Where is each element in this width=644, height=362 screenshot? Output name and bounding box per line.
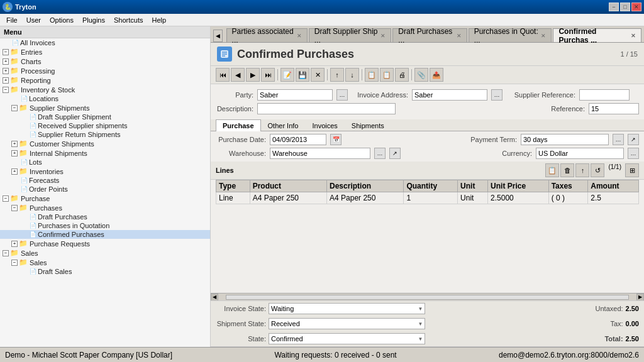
warehouse-open[interactable]: ↗	[389, 148, 401, 159]
subtab-other-info[interactable]: Other Info	[261, 119, 306, 131]
tab-close-draft-purchases[interactable]: ✕	[457, 33, 462, 39]
tab-nav-left[interactable]: ◀	[213, 30, 223, 42]
sidebar-item-inventories[interactable]: + 📁 Inventories	[0, 167, 210, 176]
toolbar-save[interactable]: 💾	[296, 68, 309, 82]
toolbar-delete[interactable]: ✕	[311, 68, 325, 82]
reference-input[interactable]	[589, 103, 639, 114]
tab-close-parties[interactable]: ✕	[297, 33, 302, 39]
menu-user[interactable]: User	[23, 15, 45, 25]
sidebar-item-customer-shipments[interactable]: + 📁 Customer Shipments	[0, 139, 210, 148]
expand-purchase[interactable]: −	[3, 195, 9, 202]
tab-draft-supplier[interactable]: Draft Supplier Ship ... ✕	[309, 28, 392, 42]
toolbar-last[interactable]: ⏭	[261, 68, 275, 82]
toolbar-first[interactable]: ⏮	[216, 68, 230, 82]
sidebar-item-order-points[interactable]: 📄 Order Points	[0, 185, 210, 194]
purchase-date-input[interactable]	[270, 134, 326, 145]
toolbar-attach[interactable]: 📎	[414, 68, 428, 82]
sidebar-item-all-invoices[interactable]: 📄 All Invoices	[0, 38, 210, 47]
tab-close-confirmed[interactable]: ✕	[631, 33, 636, 39]
toolbar-up[interactable]: ↑	[330, 68, 344, 82]
lines-up[interactable]: ↑	[575, 163, 589, 177]
toolbar-prev[interactable]: ◀	[231, 68, 245, 82]
h-scroll-left[interactable]: ◀	[211, 293, 218, 301]
payment-term-browse[interactable]: …	[613, 134, 624, 145]
sidebar-item-draft-supplier-shipment[interactable]: 📄 Draft Supplier Shipment	[0, 112, 210, 121]
payment-term-input[interactable]	[521, 134, 609, 145]
sidebar-item-purchases-folder[interactable]: − 📁 Purchases	[0, 203, 210, 212]
sidebar-item-processing[interactable]: + 📁 Processing	[0, 66, 210, 75]
table-row[interactable]: Line A4 Paper 250 A4 Paper 250 1 Unit 2.…	[216, 192, 639, 204]
party-input[interactable]	[257, 89, 333, 101]
warehouse-input[interactable]	[270, 148, 370, 159]
expand-entries[interactable]: −	[3, 49, 9, 55]
expand-sales[interactable]: −	[3, 250, 9, 256]
toolbar-new[interactable]: 📝	[280, 68, 294, 82]
description-input[interactable]	[257, 103, 396, 114]
expand-purchases-folder[interactable]: −	[11, 205, 18, 211]
maximize-button[interactable]: □	[620, 3, 630, 11]
expand-internal-shipments[interactable]: +	[11, 150, 18, 156]
expand-customer-shipments[interactable]: +	[11, 141, 18, 147]
expand-inventories[interactable]: +	[11, 168, 18, 175]
expand-processing[interactable]: +	[3, 68, 9, 74]
invoice-address-browse[interactable]: …	[491, 89, 502, 101]
subtab-shipments[interactable]: Shipments	[345, 119, 391, 131]
currency-browse[interactable]: …	[628, 148, 639, 159]
lines-remove[interactable]: 🗑	[560, 163, 574, 177]
h-scroll-track[interactable]	[226, 295, 629, 300]
toolbar-paste[interactable]: 📋	[380, 68, 394, 82]
sidebar-item-sales-sub[interactable]: − 📁 Sales	[0, 258, 210, 267]
sidebar-item-reporting[interactable]: + 📁 Reporting	[0, 75, 210, 85]
sidebar-item-purchase-requests[interactable]: + 📁 Purchase Requests	[0, 239, 210, 248]
lines-expand[interactable]: ⊞	[625, 163, 639, 177]
expand-supplier-shipments[interactable]: −	[11, 105, 18, 111]
tab-close-draft-supplier[interactable]: ✕	[380, 33, 386, 39]
sidebar-item-confirmed-purchases[interactable]: 📄 Confirmed Purchases	[0, 230, 210, 239]
subtab-purchase[interactable]: Purchase	[216, 119, 261, 131]
menu-help[interactable]: Help	[148, 15, 170, 25]
toolbar-copy[interactable]: 📋	[365, 68, 379, 82]
toolbar-next[interactable]: ▶	[246, 68, 260, 82]
sidebar-item-purchases-quotation[interactable]: 📄 Purchases in Quotation	[0, 221, 210, 230]
sidebar-item-supplier-return-shipments[interactable]: 📄 Supplier Return Shipments	[0, 130, 210, 139]
supplier-reference-input[interactable]	[579, 89, 630, 101]
sidebar-item-entries[interactable]: − 📁 Entries	[0, 47, 210, 57]
invoice-state-select[interactable]: Waiting	[269, 303, 425, 314]
sidebar-item-purchase[interactable]: − 📁 Purchase	[0, 194, 210, 203]
expand-purchase-requests[interactable]: +	[11, 241, 18, 247]
sidebar-item-forecasts[interactable]: 📄 Forecasts	[0, 176, 210, 185]
menu-options[interactable]: Options	[46, 15, 77, 25]
sidebar-item-draft-sales[interactable]: 📄 Draft Sales	[0, 267, 210, 276]
sidebar-item-draft-purchases[interactable]: 📄 Draft Purchases	[0, 212, 210, 221]
toolbar-down[interactable]: ↓	[345, 68, 359, 82]
sidebar-item-lots[interactable]: 📄 Lots	[0, 158, 210, 167]
menu-shortcuts[interactable]: Shortcuts	[110, 15, 147, 25]
sidebar-item-charts[interactable]: + 📁 Charts	[0, 57, 210, 66]
tab-draft-purchases[interactable]: Draft Purchases ... ✕	[392, 28, 467, 42]
sidebar-item-internal-shipments[interactable]: + 📁 Internal Shipments	[0, 148, 210, 158]
state-select[interactable]: Confirmed	[269, 333, 425, 344]
h-scroll-right[interactable]: ▶	[636, 293, 644, 301]
toolbar-print[interactable]: 🖨	[395, 68, 409, 82]
tab-purchases-quot[interactable]: Purchases in Quot: ... ✕	[469, 28, 552, 42]
purchase-date-calendar[interactable]: 📅	[330, 134, 341, 145]
menu-file[interactable]: File	[3, 15, 21, 25]
menu-plugins[interactable]: Plugins	[79, 15, 109, 25]
tab-close-purchases-quot[interactable]: ✕	[541, 33, 546, 39]
expand-inventory[interactable]: −	[3, 87, 9, 93]
minimize-button[interactable]: −	[609, 3, 619, 11]
invoice-address-input[interactable]	[412, 89, 487, 101]
payment-term-open[interactable]: ↗	[628, 134, 639, 145]
lines-undo[interactable]: ↺	[591, 163, 604, 177]
close-button[interactable]: ✕	[631, 3, 641, 11]
sidebar-item-inventory-stock[interactable]: − 📁 Inventory & Stock	[0, 85, 210, 94]
sidebar-item-received-supplier-shipments[interactable]: 📄 Received Supplier shipments	[0, 121, 210, 130]
currency-input[interactable]	[536, 148, 624, 159]
expand-charts[interactable]: +	[3, 58, 9, 65]
tab-confirmed-purchases[interactable]: Confirmed Purchas ... ✕	[553, 28, 641, 42]
party-browse[interactable]: …	[336, 89, 348, 101]
sidebar-item-locations[interactable]: 📄 Locations	[0, 94, 210, 103]
subtab-invoices[interactable]: Invoices	[305, 119, 344, 131]
h-scroll[interactable]: ◀ ▶	[211, 293, 644, 300]
expand-sales-sub[interactable]: −	[11, 260, 18, 266]
